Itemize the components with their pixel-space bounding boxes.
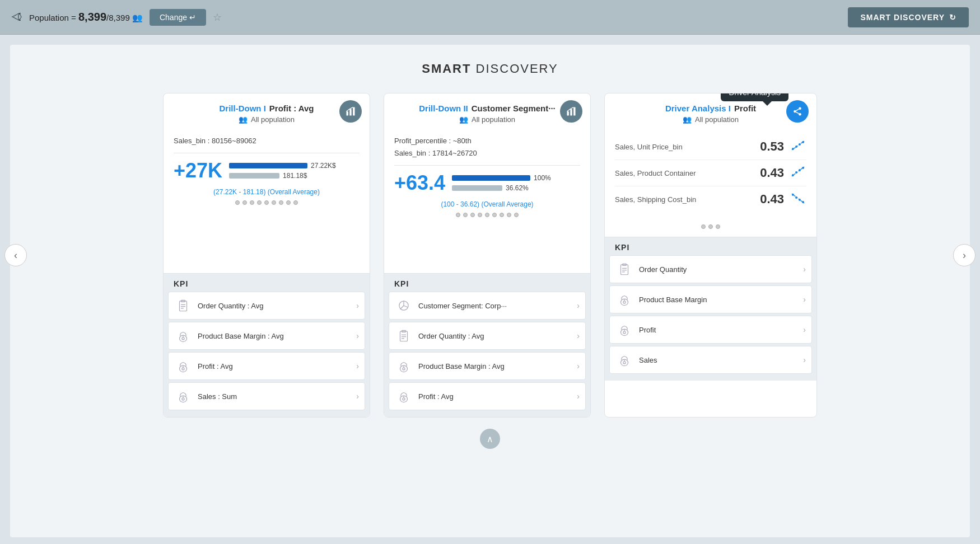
kpi-item[interactable]: Profit : Avg › — [389, 382, 586, 410]
chevron-right-icon: › — [356, 331, 359, 340]
card-drilldown-2: Drill-Down II Customer Segment··· 👥 All … — [384, 93, 591, 418]
population-current: 8,399 — [78, 11, 106, 23]
chevron-right-icon: › — [356, 362, 359, 371]
card1-kpi-list: Order Quantity : Avg › Product Base Marg… — [164, 292, 370, 417]
kpi-label: Sales — [639, 356, 803, 364]
driver-name-1: Sales, Unit Price_bin — [615, 143, 752, 151]
card3-type: Driver Analysis I — [665, 104, 731, 113]
card1-type: Drill-Down I — [219, 104, 265, 113]
scatter-down-icon — [791, 193, 806, 207]
card2-dots — [394, 213, 580, 217]
kpi-item[interactable]: Order Quantity : Avg › — [389, 322, 586, 350]
card2-bars: 100% 36.62% — [452, 174, 551, 192]
svg-rect-1 — [349, 109, 351, 116]
kpi-item[interactable]: Product Base Margin › — [609, 285, 812, 313]
card2-subtitle: (100 - 36.62) (Overall Average) — [394, 200, 580, 208]
driver-score-1: 0.53 — [756, 139, 784, 154]
people-icon-3: 👥 — [683, 115, 692, 124]
card1-subtitle: (27.22K - 181.18) (Overall Average) — [174, 188, 360, 196]
card2-metric: +63.4 100% 36.62% — [394, 171, 580, 195]
dot — [250, 200, 254, 205]
card1-icon-btn[interactable] — [339, 100, 362, 123]
dot — [716, 224, 720, 229]
card2-filters: Profit_percentile : ~80th Sales_bin : 17… — [394, 135, 580, 160]
card1-kpi-header: KPI — [164, 274, 370, 292]
driver-score-2: 0.43 — [756, 166, 784, 180]
driver-name-2: Sales, Product Container — [615, 169, 752, 177]
dot — [708, 224, 713, 229]
card1-bars: 27.22K$ 181.18$ — [229, 162, 336, 180]
kpi-item[interactable]: Sales › — [609, 346, 812, 374]
dot — [257, 200, 262, 205]
population-label: Population = 8,399/8,399 👥 — [29, 11, 143, 24]
card-driver-analysis: Driver Analysis Driver Analysis I Profit… — [604, 93, 817, 418]
bag-icon — [615, 351, 633, 369]
trend-down-icon — [791, 193, 806, 204]
kpi-item[interactable]: Order Quantity : Avg › — [168, 292, 365, 320]
kpi-item[interactable]: Product Base Margin : Avg › — [168, 322, 365, 350]
chevron-right-icon: › — [803, 325, 806, 334]
nav-arrow-left[interactable]: ‹ — [4, 244, 27, 266]
smart-discovery-button[interactable]: SMART DISCOVERY ↻ — [848, 7, 969, 27]
kpi-item[interactable]: Order Quantity › — [609, 255, 812, 283]
main-content: SMART DISCOVERY ‹ Drill-Down I Profit : … — [10, 45, 970, 537]
card3-share-btn[interactable] — [786, 100, 809, 123]
kpi-label: Product Base Margin : Avg — [198, 332, 356, 340]
change-button[interactable]: Change ↵ — [150, 9, 206, 26]
svg-rect-52 — [621, 265, 628, 275]
card2-value: +63.4 — [394, 171, 445, 195]
kpi-label: Profit : Avg — [198, 362, 356, 371]
card1-bar2 — [229, 173, 279, 179]
dot — [279, 200, 283, 205]
refresh-icon: ↻ — [949, 13, 956, 22]
chevron-right-icon: › — [356, 301, 359, 310]
kpi-item[interactable]: Profit › — [609, 316, 812, 344]
kpi-item[interactable]: Customer Segment: Corp··· › — [389, 292, 586, 320]
card1-body: Sales_bin : 80156~89062 +27K 27.22K$ — [164, 129, 370, 273]
card1-filters: Sales_bin : 80156~89062 — [174, 135, 360, 147]
bag-icon — [395, 387, 413, 405]
svg-point-58 — [623, 301, 626, 303]
pie-icon — [395, 297, 413, 315]
card2-type: Drill-Down II — [419, 104, 468, 113]
card1-dots — [174, 200, 360, 205]
population-total: 8,399 — [109, 13, 130, 22]
card1-metric: +27K 27.22K$ 181.18$ — [174, 159, 360, 182]
chart-icon — [345, 106, 356, 117]
bottom-nav: ∧ — [32, 429, 948, 449]
driver-name-3: Sales, Shipping Cost_bin — [615, 195, 752, 204]
card2-header: Drill-Down II Customer Segment··· 👥 All … — [384, 93, 590, 129]
scroll-up-button[interactable]: ∧ — [480, 429, 500, 449]
card1-kpi: Profit : Avg — [269, 104, 314, 113]
dot — [272, 200, 276, 205]
card2-body: Profit_percentile : ~80th Sales_bin : 17… — [384, 129, 590, 273]
trend-up-icon-2 — [791, 166, 806, 177]
topbar-left: ⏿ Population = 8,399/8,399 👥 Change ↵ ☆ — [11, 9, 222, 26]
card-drilldown-1: Drill-Down I Profit : Avg 👥 All populati… — [163, 93, 370, 418]
card2-icon-btn[interactable] — [560, 100, 582, 123]
card3-population: 👥 All population — [683, 115, 739, 124]
scatter-up-icon — [791, 140, 806, 154]
svg-rect-18 — [570, 109, 572, 116]
chevron-right-icon: › — [577, 362, 580, 371]
card2-kpi-header: KPI — [384, 274, 590, 292]
nav-arrow-right[interactable]: › — [953, 244, 976, 266]
star-icon[interactable]: ☆ — [213, 11, 222, 24]
scatter-up-icon-2 — [791, 166, 806, 180]
card3-kpi-section: KPI Order Quantity › — [605, 237, 816, 381]
chevron-right-icon: › — [803, 265, 806, 274]
svg-point-34 — [799, 113, 801, 116]
card1-bar2-label: 181.18$ — [283, 172, 307, 180]
kpi-label: Sales : Sum — [198, 392, 356, 401]
kpi-item[interactable]: Product Base Margin : Avg › — [389, 352, 586, 380]
card1-bar1 — [229, 163, 307, 168]
dot — [463, 213, 468, 217]
card2-bar2 — [452, 185, 502, 191]
svg-point-27 — [403, 368, 405, 370]
dot — [478, 213, 482, 217]
kpi-item[interactable]: Profit : Avg › — [168, 352, 365, 380]
kpi-label: Order Quantity — [639, 265, 803, 274]
chevron-right-icon: › — [356, 392, 359, 401]
kpi-item[interactable]: Sales : Sum › — [168, 382, 365, 410]
bag-icon — [395, 357, 413, 375]
